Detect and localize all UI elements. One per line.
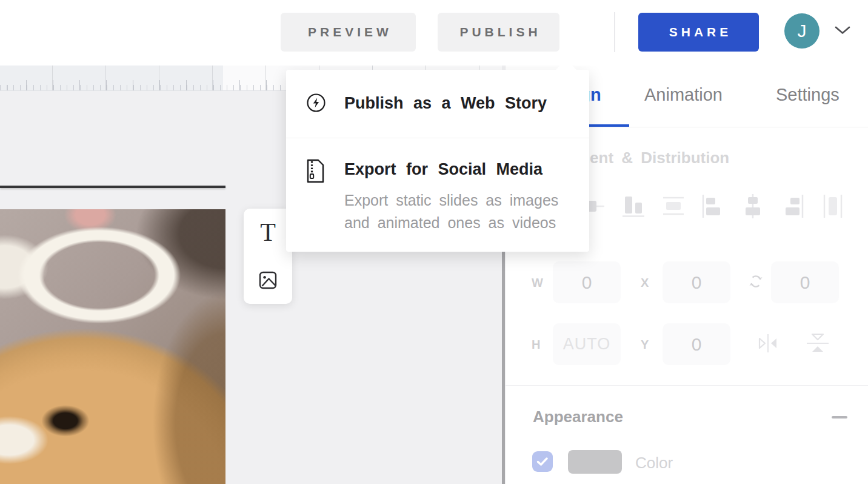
menu-item-title: Publish as a Web Story — [344, 94, 547, 113]
lightning-circle-icon — [306, 93, 326, 113]
rotate-icon — [749, 274, 763, 289]
canvas-dog-photo[interactable] — [0, 209, 225, 484]
tab-settings[interactable]: Settings — [776, 85, 840, 105]
width-label: W — [532, 276, 543, 290]
height-field[interactable] — [553, 323, 621, 365]
align-center-icon[interactable] — [739, 193, 766, 220]
flip-vertical-icon[interactable] — [804, 331, 832, 356]
image-tool-button[interactable] — [244, 257, 292, 304]
align-bottom-icon[interactable] — [620, 193, 647, 220]
appearance-section-title: Appearance — [533, 408, 623, 426]
align-right-icon[interactable] — [780, 193, 806, 220]
share-button[interactable]: SHARE — [638, 13, 759, 52]
image-tool-icon — [258, 271, 278, 290]
publish-dropdown-menu: Publish as a Web Story Export for Social… — [286, 70, 589, 252]
menu-item-title: Export for Social Media — [344, 160, 542, 179]
width-field[interactable] — [553, 261, 621, 303]
align-left-icon[interactable] — [699, 193, 726, 220]
canvas-line-element[interactable] — [0, 186, 225, 188]
distribute-horizontal-icon[interactable] — [820, 193, 846, 220]
color-swatch[interactable] — [568, 450, 622, 474]
canvas-insert-toolbar: T — [244, 209, 292, 304]
chevron-down-icon[interactable] — [834, 25, 851, 38]
menu-item-description: Export static slides as images and anima… — [344, 189, 564, 234]
y-position-field[interactable] — [663, 323, 730, 365]
menu-divider — [286, 138, 589, 138]
panel-section-divider — [506, 385, 868, 386]
text-tool-icon: T — [260, 220, 276, 245]
preview-button[interactable]: PREVIEW — [281, 13, 416, 52]
menu-item-export-social[interactable]: Export for Social Media Export static sl… — [286, 159, 589, 238]
topbar-divider — [614, 12, 615, 52]
x-position-field[interactable] — [663, 261, 730, 303]
distribute-vertical-icon[interactable] — [660, 193, 687, 220]
minus-icon[interactable] — [832, 416, 847, 418]
publish-button[interactable]: PUBLISH — [438, 13, 559, 52]
zip-file-icon — [306, 159, 325, 183]
avatar[interactable]: J — [784, 13, 820, 49]
color-label: Color — [635, 454, 673, 472]
x-position-label: X — [641, 276, 649, 290]
y-position-label: Y — [641, 338, 649, 352]
color-enabled-checkbox[interactable] — [532, 451, 553, 472]
story-editor-app: T Design Animation Settings Alignment & … — [0, 0, 868, 484]
checkmark-icon — [536, 457, 549, 466]
avatar-initial: J — [798, 21, 807, 41]
rotation-field[interactable] — [771, 261, 839, 303]
menu-item-publish-web-story[interactable]: Publish as a Web Story — [286, 93, 589, 133]
height-label: H — [532, 338, 540, 352]
tab-animation[interactable]: Animation — [644, 85, 723, 105]
topbar: PREVIEW PUBLISH SHARE J — [0, 0, 868, 66]
text-tool-button[interactable]: T — [244, 209, 292, 256]
flip-horizontal-icon[interactable] — [755, 331, 781, 356]
